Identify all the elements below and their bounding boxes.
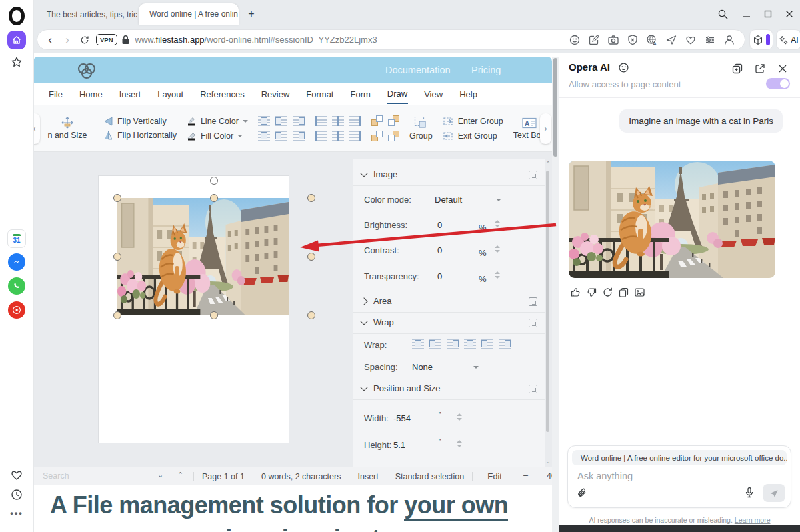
word-count[interactable]: 0 words, 2 characters <box>253 472 349 481</box>
align-icon-5[interactable] <box>332 131 344 141</box>
zoom-out-button[interactable]: – <box>523 471 528 480</box>
open-external-icon[interactable] <box>754 63 766 75</box>
translate-icon[interactable]: A <box>646 34 658 46</box>
window-search-button[interactable] <box>715 6 731 22</box>
snapshot-camera-icon[interactable] <box>607 34 619 46</box>
insert-mode[interactable]: Insert <box>349 472 386 481</box>
height-value[interactable]: 5.1 <box>393 440 405 450</box>
wrap-option-icon-6[interactable] <box>499 339 511 349</box>
arrange-icon-4[interactable] <box>388 131 399 141</box>
extensions-chip[interactable] <box>749 29 773 50</box>
section-image[interactable]: Image <box>361 169 397 179</box>
address-bar[interactable]: ‹ › VPN www.filestash.app/word-online.ht… <box>37 29 745 50</box>
new-tab-button[interactable]: + <box>244 7 259 21</box>
document-canvas[interactable]: Image Color mode: Default Brightness: 0 … <box>33 152 552 467</box>
statusbar-search[interactable]: Search <box>43 471 69 481</box>
pricing-link[interactable]: Pricing <box>471 65 501 75</box>
url-text[interactable]: www.filestash.app/word-online.html#sessi… <box>135 35 377 45</box>
flip-vertically-button[interactable]: Flip Vertically <box>103 117 177 126</box>
export-image-button[interactable] <box>634 287 645 298</box>
brightness-value[interactable]: 0 <box>437 220 442 230</box>
close-sidebar-icon[interactable] <box>777 63 789 75</box>
section-area[interactable]: Area <box>361 296 391 306</box>
documentation-link[interactable]: Documentation <box>385 65 451 75</box>
scroll-down-icon[interactable]: ⌄ <box>545 459 551 465</box>
selection-handle-n[interactable] <box>210 194 218 202</box>
youtube-music-button[interactable] <box>8 301 25 319</box>
wrap-option-icon-4[interactable] <box>464 339 476 349</box>
thumbs-up-button[interactable] <box>570 287 581 298</box>
favorites-button[interactable] <box>11 469 23 481</box>
attachment-icon[interactable] <box>576 487 588 499</box>
wrap-option-icon-5[interactable] <box>481 339 493 349</box>
menu-references[interactable]: References <box>199 85 245 103</box>
fill-color-button[interactable]: Fill Color <box>187 131 248 141</box>
color-mode-caret-icon[interactable] <box>496 199 501 201</box>
wrap-option-icon-2[interactable] <box>429 339 441 349</box>
selection-handle-ne[interactable] <box>307 194 315 202</box>
wrap-style-icon-4[interactable] <box>258 131 270 141</box>
menu-form[interactable]: Form <box>349 85 371 103</box>
contrast-value[interactable]: 0 <box>437 245 442 255</box>
wrap-style-icon-3[interactable] <box>293 116 305 126</box>
page-scrollbar-thumb[interactable] <box>553 58 557 157</box>
align-icon-6[interactable] <box>349 131 361 141</box>
width-spinner[interactable] <box>457 413 462 421</box>
flip-horizontally-button[interactable]: Flip Horizontally <box>103 131 177 140</box>
panel-scrollbar[interactable]: ⌃ ⌄ <box>545 161 551 464</box>
emoji-icon[interactable] <box>569 34 581 46</box>
send-to-device-icon[interactable] <box>665 34 677 46</box>
scrollbar-thumb[interactable] <box>546 171 549 432</box>
expand-area-section-icon[interactable] <box>529 297 537 306</box>
wrap-option-icon-3[interactable] <box>447 339 459 349</box>
transparency-value[interactable]: 0 <box>437 271 442 281</box>
page-indicator[interactable]: Page 1 of 1 <box>194 472 253 481</box>
color-mode-value[interactable]: Default <box>435 195 462 205</box>
group-button[interactable]: Group <box>409 116 433 141</box>
selection-handle-e[interactable] <box>307 253 315 261</box>
brightness-spinner[interactable] <box>495 220 500 227</box>
send-button[interactable] <box>763 484 785 502</box>
align-icon-3[interactable] <box>349 116 361 126</box>
window-close-button[interactable] <box>781 6 797 22</box>
window-maximize-button[interactable] <box>760 6 776 22</box>
selection-handle-w[interactable] <box>113 253 121 261</box>
menu-home[interactable]: Home <box>79 85 103 103</box>
search-next-icon[interactable]: ⌄ <box>157 471 163 479</box>
home-button[interactable] <box>7 31 26 49</box>
menu-format[interactable]: Format <box>305 85 334 103</box>
google-calendar-button[interactable]: 31 <box>7 229 26 248</box>
wrap-style-icon-5[interactable] <box>275 131 287 141</box>
profile-icon[interactable] <box>723 34 735 46</box>
reload-button[interactable] <box>76 35 93 45</box>
expand-wrap-section-icon[interactable] <box>529 319 537 327</box>
tab-inactive[interactable]: The best articles, tips, trick <box>36 5 137 25</box>
menu-help[interactable]: Help <box>459 85 478 103</box>
back-button[interactable]: ‹ <box>41 33 59 47</box>
menu-review[interactable]: Review <box>261 85 291 103</box>
enter-group-button[interactable]: Enter Group <box>443 116 503 126</box>
page-scrollbar[interactable] <box>552 57 559 532</box>
spacing-value[interactable]: None <box>412 362 433 372</box>
arrange-icon-2[interactable] <box>388 115 399 126</box>
selection-handle-sw[interactable] <box>113 311 121 319</box>
new-chat-icon[interactable] <box>731 63 743 75</box>
page-context-chip[interactable]: Word online | A free online editor for y… <box>572 450 787 465</box>
arrange-icon-3[interactable] <box>371 131 383 141</box>
edit-mode[interactable]: Edit <box>473 472 517 481</box>
bookmark-heart-icon[interactable] <box>685 34 697 46</box>
history-button[interactable] <box>11 489 23 501</box>
tab-active[interactable]: Word online | A free onlin <box>139 3 239 25</box>
menu-file[interactable]: File <box>48 85 63 103</box>
ask-anything-input[interactable] <box>576 470 725 482</box>
compose-icon[interactable] <box>588 34 600 46</box>
whatsapp-button[interactable] <box>8 277 25 295</box>
width-value[interactable]: -554 <box>393 413 411 423</box>
exit-group-button[interactable]: Exit Group <box>443 131 503 141</box>
selection-handle-nw[interactable] <box>113 194 121 202</box>
scroll-up-icon[interactable]: ⌃ <box>545 161 551 167</box>
document-cat-image[interactable] <box>117 198 289 315</box>
selection-handle-s[interactable] <box>210 311 218 319</box>
microphone-icon[interactable] <box>744 487 755 499</box>
wrap-style-icon-1[interactable] <box>258 116 270 126</box>
